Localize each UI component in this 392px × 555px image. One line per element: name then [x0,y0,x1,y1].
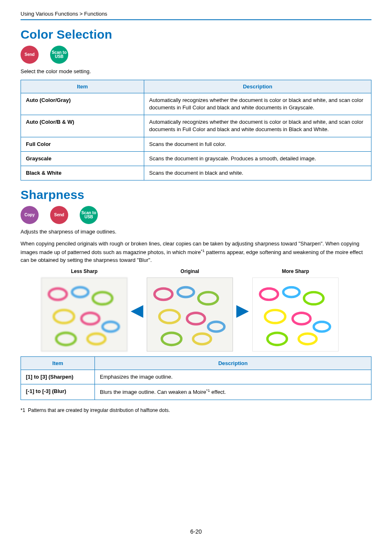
sample-orig-image [147,278,233,352]
color-selection-intro: Select the color mode setting. [21,68,371,76]
cs-desc-0: Automatically recognizes whether the doc… [144,93,371,115]
sh-desc-1-post: effect. [210,389,226,395]
footnote-label: *1 [21,407,25,413]
cs-item-2: Full Color [21,137,144,151]
sharpness-badges: Copy Send Scan toUSB [21,206,371,224]
sharpness-body-sup: *1 [201,248,205,253]
sample-more-image [252,278,339,352]
sharpness-samples: Less Sharp ◀ [21,268,371,352]
cs-item-1: Auto (Color/B & W) [21,115,144,137]
table-header-desc: Description [95,356,371,370]
sh-item-1: [-1] to [-3] (Blur) [21,384,95,400]
sh-desc-1: Blurs the image outline. Can weaken a Mo… [95,384,371,400]
table-row: Full Color Scans the document in full co… [21,137,371,151]
sh-desc-1-sup: *1 [206,388,210,393]
cs-item-3: Grayscale [21,151,144,166]
page-number: 6-20 [21,528,371,535]
sample-less-label: Less Sharp [71,268,98,274]
color-selection-table: Item Description Auto (Color/Gray) Autom… [21,80,371,180]
cs-item-0: Auto (Color/Gray) [21,93,144,115]
table-row: Grayscale Scans the document in grayscal… [21,151,371,166]
arrow-left-icon: ◀ [131,302,143,318]
color-selection-title: Color Selection [21,28,371,42]
footnote-text: Patterns that are created by irregular d… [28,407,170,413]
badge-scan-to-usb: Scan toUSB [50,46,68,64]
table-row: [-1] to [-3] (Blur) Blurs the image outl… [21,384,371,400]
table-header-item: Item [21,356,95,370]
badge-send: Send [50,206,68,224]
sh-item-0: [1] to [3] (Sharpen) [21,370,95,384]
sample-more-label: More Sharp [282,268,309,274]
sharpness-body: When copying penciled originals with rou… [21,240,371,264]
badge-copy: Copy [21,206,39,224]
table-header-item: Item [21,80,144,93]
cs-item-4: Black & White [21,166,144,180]
table-row: [1] to [3] (Sharpen) Emphasizes the imag… [21,370,371,384]
top-rule [21,19,371,20]
table-row: Auto (Color/Gray) Automatically recogniz… [21,93,371,115]
sh-desc-1-pre: Blurs the image outline. Can weaken a Mo… [100,389,206,395]
sample-original: Original [147,268,233,352]
sharpness-intro: Adjusts the sharpness of image outlines. [21,228,371,236]
cs-desc-1: Automatically recognizes whether the doc… [144,115,371,137]
breadcrumb: Using Various Functions > Functions [21,11,371,17]
sharpness-footnote: *1 Patterns that are created by irregula… [21,407,371,413]
cs-desc-3: Scans the document in grayscale. Produce… [144,151,371,166]
cs-desc-4: Scans the document in black and white. [144,166,371,180]
sample-more-sharp: More Sharp [252,268,339,352]
color-selection-badges: Send Scan toUSB [21,46,371,64]
sharpness-title: Sharpness [21,188,371,202]
table-row: Black & White Scans the document in blac… [21,166,371,180]
sample-less-image [41,278,127,352]
table-row: Auto (Color/B & W) Automatically recogni… [21,115,371,137]
arrow-right-icon: ▶ [236,302,249,318]
sample-orig-label: Original [180,268,199,274]
sh-desc-0-pre: Emphasizes the image outline. [100,374,173,380]
badge-send: Send [21,46,39,64]
badge-scan-to-usb: Scan toUSB [80,206,98,224]
cs-desc-2: Scans the document in full color. [144,137,371,151]
sharpness-table: Item Description [1] to [3] (Sharpen) Em… [21,356,371,400]
sample-less-sharp: Less Sharp [41,268,127,352]
sh-desc-0: Emphasizes the image outline. [95,370,371,384]
table-header-desc: Description [144,80,371,93]
